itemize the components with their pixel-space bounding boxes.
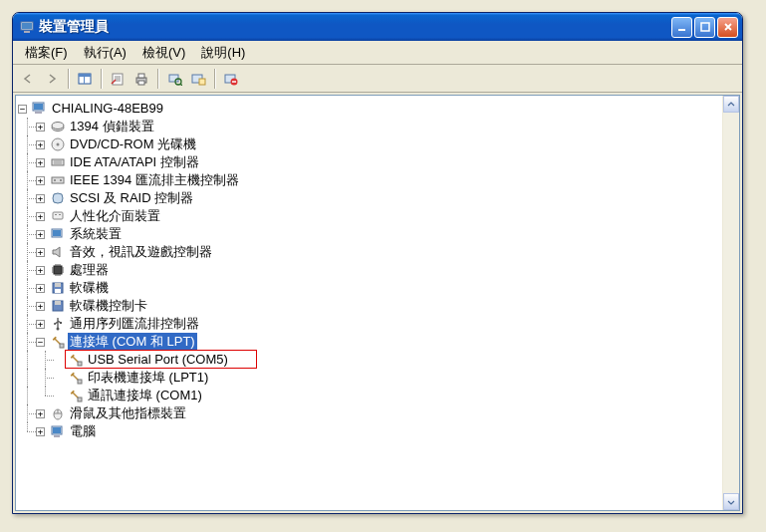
item-label: 音效，視訊及遊戲控制器 xyxy=(68,243,214,261)
item-label: 人性化介面裝置 xyxy=(68,207,162,225)
tree-item[interactable]: + 處理器 xyxy=(18,261,737,279)
expand-icon[interactable]: + xyxy=(36,123,45,132)
svg-point-27 xyxy=(54,179,56,181)
tree-pane: − CHIALING-48EB99 + 1394 偵錯裝置 + DVD/CD-R… xyxy=(15,95,740,511)
expand-icon[interactable]: + xyxy=(36,302,45,311)
tree-item[interactable]: + 人性化介面裝置 xyxy=(18,207,737,225)
svg-rect-42 xyxy=(60,322,62,324)
device-manager-window: 裝置管理員 檔案(F) 執行(A) 檢視(V) 說明(H) − xyxy=(12,12,743,514)
tree-item-port-child[interactable]: 通訊連接埠 (COM1) xyxy=(18,387,737,404)
svg-rect-19 xyxy=(35,112,42,114)
scroll-up-button[interactable] xyxy=(723,96,739,113)
svg-rect-26 xyxy=(52,177,64,183)
item-label: IEEE 1394 匯流排主機控制器 xyxy=(68,171,241,189)
svg-point-24 xyxy=(57,143,60,146)
svg-rect-11 xyxy=(138,81,144,85)
device-icon xyxy=(50,119,66,134)
back-button[interactable] xyxy=(17,68,39,90)
tree-item[interactable]: + 軟碟機 xyxy=(18,279,737,297)
highlight-box xyxy=(65,350,257,369)
item-label: 通用序列匯流排控制器 xyxy=(68,315,201,333)
svg-rect-30 xyxy=(55,214,57,215)
svg-rect-34 xyxy=(54,266,62,274)
svg-rect-15 xyxy=(199,79,205,85)
collapse-icon[interactable]: − xyxy=(36,338,45,347)
tree-item[interactable]: + IDE ATA/ATAPI 控制器 xyxy=(18,153,737,171)
expand-icon[interactable]: + xyxy=(36,158,45,167)
ide-controller-icon xyxy=(50,154,66,170)
maximize-button[interactable] xyxy=(694,17,715,38)
svg-rect-20 xyxy=(34,104,43,110)
scsi-icon xyxy=(50,190,66,206)
expand-icon[interactable]: + xyxy=(36,409,45,418)
vertical-scrollbar[interactable] xyxy=(722,96,739,510)
uninstall-button[interactable] xyxy=(220,68,242,90)
tree-item[interactable]: + SCSI 及 RAID 控制器 xyxy=(18,189,737,207)
device-tree[interactable]: − CHIALING-48EB99 + 1394 偵錯裝置 + DVD/CD-R… xyxy=(16,96,739,510)
minimize-button[interactable] xyxy=(671,17,692,38)
properties-button[interactable] xyxy=(107,68,128,90)
expand-icon[interactable]: + xyxy=(36,176,45,185)
item-label: 1394 偵錯裝置 xyxy=(68,118,156,135)
scroll-down-button[interactable] xyxy=(723,493,739,510)
tree-item-port-child[interactable]: 印表機連接埠 (LPT1) xyxy=(18,369,737,387)
svg-rect-2 xyxy=(22,23,32,29)
tree-item[interactable]: + DVD/CD-ROM 光碟機 xyxy=(18,135,737,153)
svg-rect-50 xyxy=(54,435,60,437)
titlebar[interactable]: 裝置管理員 xyxy=(13,13,742,41)
expand-icon[interactable]: + xyxy=(36,266,45,275)
close-button[interactable] xyxy=(717,17,738,38)
svg-point-28 xyxy=(60,179,62,181)
window-title: 裝置管理員 xyxy=(39,18,671,36)
update-driver-button[interactable] xyxy=(187,68,209,90)
disc-drive-icon xyxy=(50,136,66,152)
expand-icon[interactable]: + xyxy=(36,230,45,239)
menu-action[interactable]: 執行(A) xyxy=(76,42,134,64)
svg-point-40 xyxy=(57,328,60,331)
tree-item[interactable]: + IEEE 1394 匯流排主機控制器 xyxy=(18,171,737,189)
item-label: 通訊連接埠 (COM1) xyxy=(86,387,204,404)
expand-icon[interactable]: + xyxy=(36,212,45,221)
computer-category-icon xyxy=(50,423,66,439)
expand-icon[interactable]: + xyxy=(36,194,45,203)
usb-controller-icon xyxy=(50,316,66,332)
tree-item[interactable]: + 音效，視訊及遊戲控制器 xyxy=(18,243,737,261)
tree-item[interactable]: + 1394 偵錯裝置 xyxy=(18,118,737,135)
ieee1394-icon xyxy=(50,172,66,188)
menu-help[interactable]: 說明(H) xyxy=(193,42,253,64)
menu-view[interactable]: 檢視(V) xyxy=(134,42,193,64)
svg-rect-29 xyxy=(53,212,63,219)
expand-icon[interactable]: + xyxy=(36,140,45,149)
collapse-icon[interactable]: − xyxy=(18,105,27,114)
svg-rect-46 xyxy=(78,398,82,401)
show-hide-button[interactable] xyxy=(74,68,96,90)
menu-file[interactable]: 檔案(F) xyxy=(17,42,76,64)
tree-item[interactable]: + 滑鼠及其他指標裝置 xyxy=(18,404,737,422)
svg-rect-31 xyxy=(59,214,61,215)
processor-icon xyxy=(50,262,66,278)
svg-rect-49 xyxy=(53,427,61,433)
svg-rect-4 xyxy=(701,23,709,31)
tree-item-port-child[interactable]: USB Serial Port (COM5) xyxy=(18,351,737,369)
item-label: 印表機連接埠 (LPT1) xyxy=(86,369,210,387)
svg-rect-37 xyxy=(55,289,61,293)
tree-item-ports[interactable]: − 連接埠 (COM 和 LPT) xyxy=(18,333,737,351)
sound-icon xyxy=(50,244,66,260)
tree-item[interactable]: + 通用序列匯流排控制器 xyxy=(18,315,737,333)
expand-icon[interactable]: + xyxy=(36,248,45,257)
tree-item[interactable]: + 系統裝置 xyxy=(18,225,737,243)
expand-icon[interactable]: + xyxy=(36,320,45,329)
print-button[interactable] xyxy=(130,68,152,90)
svg-rect-10 xyxy=(138,74,144,78)
expand-icon[interactable]: + xyxy=(36,427,45,436)
tree-root[interactable]: − CHIALING-48EB99 xyxy=(18,100,737,118)
forward-button[interactable] xyxy=(41,68,63,90)
scan-hardware-button[interactable] xyxy=(163,68,185,90)
item-label: 系統裝置 xyxy=(68,225,124,243)
expand-icon[interactable]: + xyxy=(36,284,45,293)
svg-rect-3 xyxy=(678,29,685,31)
svg-rect-7 xyxy=(84,77,85,84)
tree-item[interactable]: + 軟碟機控制卡 xyxy=(18,297,737,315)
svg-rect-25 xyxy=(52,159,64,165)
tree-item[interactable]: + 電腦 xyxy=(18,422,737,440)
